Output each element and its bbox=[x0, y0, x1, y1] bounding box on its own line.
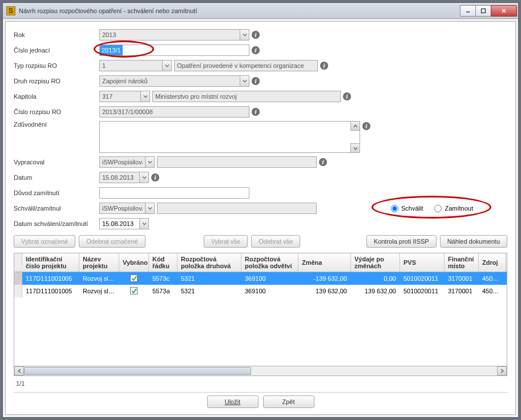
rok-label: Rok bbox=[14, 31, 99, 38]
cislo-rozpisu-input bbox=[99, 106, 249, 118]
rok-select[interactable] bbox=[99, 29, 240, 41]
chevron-down-icon[interactable] bbox=[139, 218, 149, 229]
title-bar[interactable]: Návrh rozpisu rozpočtového opatření - sc… bbox=[3, 3, 518, 19]
minimize-button[interactable] bbox=[460, 5, 476, 17]
table-row[interactable]: 117D111001005Rozvoj slu...5573c532136910… bbox=[14, 272, 507, 285]
kapitola-desc bbox=[152, 91, 341, 102]
cislo-rozpisu-label: Číslo rozpisu RO bbox=[14, 108, 99, 115]
info-icon[interactable]: i bbox=[151, 173, 159, 181]
info-icon[interactable]: i bbox=[252, 46, 260, 54]
datum-schvaleni-input[interactable] bbox=[99, 218, 139, 229]
cislo-jednaci-value[interactable]: 2013/1 bbox=[100, 45, 123, 55]
duvod-zamitnuti-input[interactable] bbox=[99, 187, 249, 199]
chevron-down-icon[interactable] bbox=[140, 91, 150, 102]
col-src[interactable]: Zdroj bbox=[479, 253, 506, 272]
datum-schvaleni-label: Datum schválení/zamítnutí bbox=[14, 220, 99, 227]
zpet-button[interactable]: Zpět bbox=[263, 395, 314, 408]
vybrat-oznacene-button[interactable]: Vybrat označené bbox=[14, 235, 75, 248]
druh-rozpisu-label: Druh rozpisu RO bbox=[14, 78, 99, 84]
chevron-down-icon[interactable] bbox=[240, 29, 249, 41]
info-icon[interactable]: i bbox=[252, 108, 260, 116]
close-button[interactable] bbox=[491, 5, 517, 17]
datum-label: Datum bbox=[14, 174, 99, 181]
vypracoval-desc bbox=[157, 156, 317, 168]
odebrat-vse-button[interactable]: Odebrat vše bbox=[251, 235, 300, 248]
druh-rozpisu-select[interactable] bbox=[99, 75, 240, 87]
chevron-down-icon[interactable] bbox=[162, 60, 172, 71]
scroll-down-icon[interactable] bbox=[350, 143, 360, 153]
typ-rozpisu-desc bbox=[174, 60, 318, 71]
info-icon[interactable]: i bbox=[252, 31, 260, 39]
schvalil-desc bbox=[157, 203, 317, 214]
scroll-up-icon[interactable] bbox=[350, 121, 360, 131]
maximize-button[interactable] bbox=[475, 5, 491, 17]
scroll-right-icon[interactable] bbox=[497, 366, 507, 375]
zamitnout-radio[interactable]: Zamítnout bbox=[434, 205, 473, 212]
col-project-name[interactable]: Název projektu bbox=[79, 253, 119, 272]
ulozit-button[interactable]: Uložit bbox=[207, 395, 259, 408]
col-row-code[interactable]: Kód řádku bbox=[149, 253, 177, 272]
col-item-ind[interactable]: Rozpočtová položka odvětví bbox=[241, 253, 298, 272]
duvod-zamitnuti-label: Důvod zamítnutí bbox=[14, 189, 99, 196]
info-icon[interactable]: i bbox=[343, 92, 351, 100]
col-selected[interactable]: Vybráno bbox=[119, 253, 149, 272]
chevron-down-icon[interactable] bbox=[240, 75, 249, 87]
scroll-left-icon[interactable] bbox=[14, 366, 24, 375]
nahled-button[interactable]: Náhled dokumentu bbox=[440, 235, 507, 248]
typ-rozpisu-label: Typ rozpisu RO bbox=[14, 62, 99, 69]
data-table: Identifikační číslo projektu Název proje… bbox=[14, 253, 507, 376]
kapitola-select[interactable] bbox=[99, 91, 140, 102]
vypracoval-select[interactable] bbox=[99, 156, 145, 168]
chevron-down-icon[interactable] bbox=[145, 156, 155, 168]
zduvodneni-label: Zdůvodnění bbox=[14, 121, 99, 128]
info-icon[interactable]: i bbox=[252, 77, 260, 85]
pager: 1/1 bbox=[14, 379, 507, 388]
datum-input[interactable] bbox=[99, 172, 139, 183]
col-after[interactable]: Výdaje po změnách bbox=[351, 253, 400, 272]
info-icon[interactable]: i bbox=[319, 158, 327, 166]
info-icon[interactable]: i bbox=[362, 122, 370, 130]
vypracoval-label: Vypracoval bbox=[14, 159, 99, 165]
vybrat-vse-button[interactable]: Vybrat vše bbox=[204, 235, 248, 248]
app-icon bbox=[6, 6, 15, 15]
table-row[interactable]: 117D111001005Rozvoj slu...5573a532136910… bbox=[14, 285, 507, 297]
typ-rozpisu-select[interactable] bbox=[99, 60, 162, 71]
content-area: Rok i Číslo jednací 2013/1 i Typ rozpisu… bbox=[5, 21, 516, 415]
schvalil-select[interactable] bbox=[99, 203, 145, 214]
app-window: Návrh rozpisu rozpočtového opatření - sc… bbox=[2, 2, 519, 418]
svg-rect-1 bbox=[482, 9, 486, 13]
col-change[interactable]: Změna bbox=[298, 253, 351, 272]
col-project-id[interactable]: Identifikační číslo projektu bbox=[22, 253, 79, 272]
odebrat-oznacene-button[interactable]: Odebrat označené bbox=[79, 235, 146, 248]
kontrola-button[interactable]: Kontrola proti IISSP bbox=[366, 235, 437, 248]
chevron-down-icon[interactable] bbox=[139, 172, 149, 183]
zduvodneni-textarea[interactable] bbox=[99, 121, 360, 153]
col-item-kind[interactable]: Rozpočtová položka druhová bbox=[177, 253, 241, 272]
horizontal-scrollbar[interactable] bbox=[14, 366, 507, 375]
scroll-thumb[interactable] bbox=[24, 367, 251, 375]
col-fin[interactable]: Finanční místo bbox=[445, 253, 479, 272]
window-title: Návrh rozpisu rozpočtového opatření - sc… bbox=[19, 7, 461, 14]
kapitola-label: Kapitola bbox=[14, 93, 99, 100]
schvalil-label: Schválil/zamítnul bbox=[14, 205, 99, 212]
schvalit-radio[interactable]: Schválit bbox=[391, 205, 423, 212]
col-pvs[interactable]: PVS bbox=[400, 253, 445, 272]
info-icon[interactable]: i bbox=[320, 62, 328, 70]
cislo-jednaci-label: Číslo jednací bbox=[14, 47, 99, 54]
chevron-down-icon[interactable] bbox=[145, 203, 155, 214]
